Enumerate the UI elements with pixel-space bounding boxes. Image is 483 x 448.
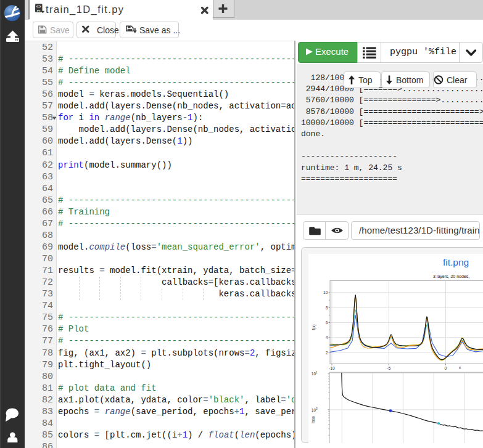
svg-text:0: 0 (445, 366, 447, 370)
svg-text:Bottom: Bottom (396, 75, 423, 85)
svg-text:-10: -10 (329, 366, 335, 370)
svg-text:Save as ...: Save as ... (139, 25, 180, 35)
svg-text:-5: -5 (387, 366, 390, 370)
svg-text:loss: loss (311, 415, 315, 423)
svg-text:2: 2 (326, 351, 328, 355)
svg-text:4: 4 (326, 335, 328, 340)
svg-text:1: 1 (316, 371, 318, 374)
svg-text:Top: Top (358, 75, 373, 85)
svg-text:x: x (459, 365, 461, 370)
svg-text:f(x): f(x) (312, 324, 316, 330)
svg-text:Close: Close (97, 25, 119, 35)
svg-text:6: 6 (326, 320, 328, 325)
svg-text:Clear: Clear (447, 75, 468, 85)
svg-text:8: 8 (326, 306, 328, 310)
svg-text:<>: <> (36, 4, 41, 9)
svg-text:0: 0 (316, 407, 318, 410)
svg-text:Save: Save (50, 25, 70, 35)
svg-text:3 layers, 20 nodes,: 3 layers, 20 nodes, (433, 274, 469, 279)
svg-text:PY: PY (37, 9, 41, 12)
svg-text:10: 10 (323, 290, 328, 295)
